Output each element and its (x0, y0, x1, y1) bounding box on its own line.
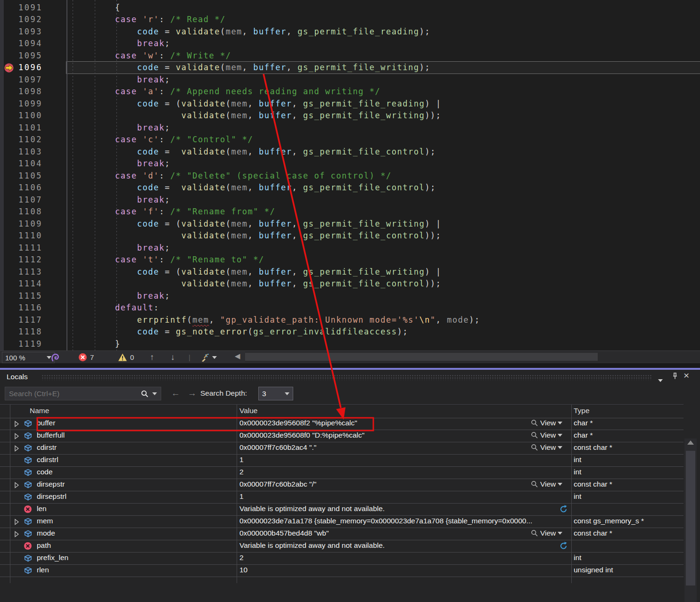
variable-value[interactable]: Variable is optimized away and not avail… (239, 504, 569, 513)
locals-row-code[interactable]: code2int (0, 466, 684, 479)
back-arrow-icon[interactable]: ← (171, 387, 180, 399)
previous-issue-button[interactable]: ↑ (150, 351, 154, 364)
code-line-1107[interactable]: break; (71, 194, 170, 206)
vertical-scrollbar-thumb[interactable] (686, 451, 695, 586)
variable-name[interactable]: bufferfull (37, 431, 65, 439)
locals-row-mem[interactable]: mem0x0000023de7a1a178 {stable_memory=0x0… (0, 515, 684, 528)
search-input[interactable] (5, 390, 140, 398)
code-line-1105[interactable]: case 'd': /* "Delete" (special case of c… (71, 170, 392, 182)
current-statement-icon[interactable] (4, 63, 14, 73)
code-line-1097[interactable]: break; (71, 74, 170, 86)
variable-value[interactable]: Variable is optimized away and not avail… (239, 541, 569, 550)
view-button[interactable]: View (531, 480, 562, 488)
code-line-1111[interactable]: break; (71, 242, 170, 254)
horizontal-scrollbar-thumb[interactable] (245, 353, 598, 361)
code-line-1098[interactable]: case 'a': /* Append needs reading and wr… (71, 86, 380, 98)
vertical-scrollbar[interactable] (684, 439, 697, 602)
locals-row-dirsepstr[interactable]: dirsepstr0x00007ff7c60b2abc "/"Viewconst… (0, 479, 684, 491)
purple-status-icon[interactable] (50, 351, 60, 364)
variable-value[interactable]: 2 (239, 553, 569, 562)
code-line-1109[interactable]: code = (validate(mem, buffer, gs_permit_… (71, 218, 441, 230)
refresh-icon[interactable] (559, 504, 568, 513)
error-badge[interactable]: 7 (78, 351, 94, 364)
code-editor[interactable]: 1091109210931094109510961097109810991100… (0, 0, 700, 350)
view-button[interactable]: View (531, 431, 562, 439)
code-line-1092[interactable]: case 'r': /* Read */ (71, 14, 226, 26)
column-header-value[interactable]: Value (239, 407, 258, 415)
locals-row-len[interactable]: lenVariable is optimized away and not av… (0, 503, 684, 516)
zoom-select[interactable]: 100 % (2, 352, 55, 363)
variable-value[interactable]: 10 (239, 566, 569, 574)
code-line-1119[interactable]: } (71, 338, 121, 350)
view-button[interactable]: View (531, 419, 562, 427)
variable-value[interactable]: 0x000000b457bed4d8 "wb" (239, 529, 529, 537)
locals-row-path[interactable]: pathVariable is optimized away and not a… (0, 540, 684, 553)
code-line-1100[interactable]: validate(mem, buffer, gs_permit_file_wri… (71, 110, 441, 122)
expander-icon[interactable] (14, 421, 19, 427)
forward-arrow-icon[interactable]: → (188, 387, 197, 399)
table-header[interactable]: Name Value Type (0, 404, 684, 418)
code-line-1113[interactable]: code = (validate(mem, buffer, gs_permit_… (71, 266, 441, 278)
locals-row-buffer[interactable]: buffer0x0000023de95608f2 "%pipe%calc"Vie… (0, 417, 684, 430)
variable-name[interactable]: cdirstr (37, 443, 57, 452)
code-line-1116[interactable]: default: (71, 302, 159, 314)
code-line-1118[interactable]: code = gs_note_error(gs_error_invalidfil… (71, 326, 408, 338)
variable-name[interactable]: dirsepstr (37, 480, 65, 488)
variable-name[interactable]: code (37, 468, 53, 476)
variable-name[interactable]: dirsepstrl (37, 492, 66, 501)
variable-value[interactable]: 1 (239, 492, 569, 501)
titlebar-drag-texture[interactable] (41, 374, 652, 380)
code-line-1117[interactable]: errprintf(mem, "gp_validate_path: Unknow… (71, 314, 480, 326)
refresh-icon[interactable] (559, 541, 568, 550)
expander-icon[interactable] (14, 445, 19, 452)
expander-icon[interactable] (14, 519, 19, 525)
scroll-left-arrow[interactable]: ◀ (235, 352, 240, 360)
code-line-1112[interactable]: case 't': /* "Rename to" */ (71, 254, 264, 266)
expander-icon[interactable] (14, 433, 19, 439)
variable-name[interactable]: prefix_len (37, 553, 68, 562)
locals-row-rlen[interactable]: rlen10unsigned int (0, 564, 684, 577)
variable-value[interactable]: 0x0000023de95608f0 "D:%pipe%calc" (239, 431, 529, 439)
scroll-up-arrow[interactable] (687, 440, 694, 445)
window-position-icon[interactable] (658, 375, 663, 384)
locals-row-prefix_len[interactable]: prefix_len2int (0, 552, 684, 565)
code-line-1103[interactable]: code = validate(mem, buffer, gs_permit_f… (71, 146, 436, 158)
code-cleanup-button[interactable] (200, 351, 217, 364)
view-button[interactable]: View (531, 443, 562, 452)
locals-row-cdirstrl[interactable]: cdirstrl1int (0, 454, 684, 467)
column-header-type[interactable]: Type (574, 407, 590, 415)
locals-row-cdirstr[interactable]: cdirstr0x00007ff7c60b2ac4 "."Viewconst c… (0, 442, 684, 455)
variable-name[interactable]: mem (37, 517, 53, 525)
search-depth-select[interactable]: 3 (258, 387, 293, 400)
search-options-caret[interactable] (152, 392, 157, 395)
code-line-1099[interactable]: code = (validate(mem, buffer, gs_permit_… (71, 98, 441, 110)
variable-value[interactable]: 1 (239, 456, 569, 464)
variable-name[interactable]: cdirstrl (37, 456, 58, 464)
variable-value[interactable]: 0x00007ff7c60b2abc "/" (239, 480, 529, 488)
view-button[interactable]: View (531, 529, 562, 537)
column-header-name[interactable]: Name (30, 407, 49, 415)
code-line-1102[interactable]: case 'c': /* "Control" */ (71, 134, 253, 146)
code-line-1114[interactable]: validate(mem, buffer, gs_permit_file_con… (71, 278, 441, 290)
search-icon[interactable] (140, 390, 149, 398)
expander-icon[interactable] (14, 531, 19, 537)
window-splitter[interactable] (0, 363, 700, 368)
locals-row-bufferfull[interactable]: bufferfull0x0000023de95608f0 "D:%pipe%ca… (0, 430, 684, 442)
variable-value[interactable]: 0x0000023de95608f2 "%pipe%calc" (239, 419, 529, 427)
variable-name[interactable]: len (37, 504, 47, 513)
close-icon[interactable]: × (684, 370, 689, 381)
search-box[interactable] (5, 387, 161, 400)
variable-name[interactable]: buffer (37, 419, 55, 427)
code-line-1104[interactable]: break; (71, 158, 170, 170)
code-line-1091[interactable]: { (71, 2, 121, 14)
variable-name[interactable]: path (37, 541, 51, 550)
warning-badge[interactable]: 0 (118, 351, 134, 364)
next-issue-button[interactable]: ↓ (171, 351, 175, 364)
code-line-1110[interactable]: validate(mem, buffer, gs_permit_file_con… (71, 230, 441, 242)
code-line-1106[interactable]: code = validate(mem, buffer, gs_permit_f… (71, 182, 436, 194)
code-line-1101[interactable]: break; (71, 122, 170, 134)
variable-name[interactable]: mode (37, 529, 55, 537)
code-line-1108[interactable]: case 'f': /* "Rename from" */ (71, 206, 275, 218)
variable-value[interactable]: 2 (239, 468, 569, 476)
locals-row-dirsepstrl[interactable]: dirsepstrl1int (0, 491, 684, 504)
